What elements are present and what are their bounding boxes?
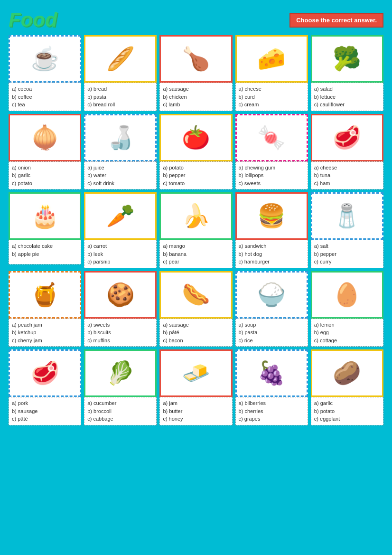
food-option[interactable]: c) cabbage bbox=[87, 415, 153, 423]
food-label-13[interactable]: a) sandwichb) hot dogc) hamburger bbox=[235, 240, 308, 268]
food-option[interactable]: a) sausage bbox=[163, 321, 229, 329]
food-option[interactable]: c) tea bbox=[12, 101, 78, 109]
food-label-20[interactable]: a) porkb) sausagec) pâté bbox=[9, 397, 81, 425]
food-option[interactable]: c) rice bbox=[239, 337, 305, 345]
food-label-24[interactable]: a) garlicb) potatoc) eggplant bbox=[311, 397, 383, 425]
food-option[interactable]: b) pasta bbox=[239, 329, 305, 337]
food-option[interactable]: c) lamb bbox=[163, 101, 229, 109]
food-option[interactable]: a) chocolate cake bbox=[12, 242, 78, 250]
food-option[interactable]: c) soft drink bbox=[87, 179, 153, 188]
food-option[interactable]: a) garlic bbox=[314, 399, 380, 407]
food-label-17[interactable]: a) sausageb) pâtéc) bacon bbox=[159, 319, 232, 347]
food-option[interactable]: a) salad bbox=[314, 85, 380, 93]
food-option[interactable]: c) cottage bbox=[314, 337, 380, 345]
food-option[interactable]: b) egg bbox=[314, 329, 380, 337]
food-option[interactable]: a) bread bbox=[87, 85, 153, 93]
food-label-5[interactable]: a) onionb) garlicc) potato bbox=[9, 161, 81, 190]
food-label-9[interactable]: a) cheeseb) tunac) ham bbox=[311, 161, 383, 190]
food-option[interactable]: b) leek bbox=[87, 250, 153, 258]
food-option[interactable]: c) muffins bbox=[87, 337, 153, 345]
food-image-15: 🍯 bbox=[9, 271, 81, 319]
food-option[interactable]: b) hot dog bbox=[239, 250, 305, 258]
food-option[interactable]: a) sausage bbox=[163, 85, 229, 93]
food-option[interactable]: a) soup bbox=[239, 321, 305, 329]
food-option[interactable]: b) tuna bbox=[314, 171, 380, 179]
food-option[interactable]: c) pâté bbox=[12, 415, 78, 423]
food-option[interactable]: c) bread roll bbox=[87, 101, 153, 109]
food-option[interactable]: b) potato bbox=[314, 407, 380, 415]
food-option[interactable]: a) lemon bbox=[314, 321, 380, 329]
food-option[interactable]: c) honey bbox=[163, 415, 229, 423]
food-label-6[interactable]: a) juiceb) waterc) soft drink bbox=[84, 161, 157, 190]
food-label-22[interactable]: a) jamb) butterc) honey bbox=[159, 397, 232, 425]
food-option[interactable]: c) cherry jam bbox=[12, 337, 78, 345]
food-option[interactable]: c) bacon bbox=[163, 337, 229, 345]
food-option[interactable]: a) carrot bbox=[87, 242, 153, 250]
food-option[interactable]: a) sweets bbox=[87, 321, 153, 329]
food-option[interactable]: c) sweets bbox=[239, 179, 305, 188]
food-option[interactable]: b) ketchup bbox=[12, 329, 78, 337]
food-option[interactable]: c) tomato bbox=[163, 179, 229, 188]
food-option[interactable]: b) cherries bbox=[239, 407, 305, 415]
food-label-10[interactable]: a) chocolate cakeb) apple pie bbox=[9, 240, 81, 264]
food-label-7[interactable]: a) potatob) pepperc) tomato bbox=[159, 161, 232, 190]
food-option[interactable]: a) peach jam bbox=[12, 321, 78, 329]
food-option[interactable]: b) sausage bbox=[12, 407, 78, 415]
food-label-4[interactable]: a) saladb) lettucec) cauliflower bbox=[311, 83, 383, 111]
food-label-18[interactable]: a) soupb) pastac) rice bbox=[235, 319, 308, 347]
food-label-19[interactable]: a) lemonb) eggc) cottage bbox=[311, 319, 383, 347]
food-option[interactable]: b) biscuits bbox=[87, 329, 153, 337]
food-option[interactable]: a) juice bbox=[87, 164, 153, 172]
food-label-1[interactable]: a) breadb) pastac) bread roll bbox=[84, 83, 157, 111]
food-label-23[interactable]: a) bilberriesb) cherriesc) grapes bbox=[235, 397, 308, 425]
food-option[interactable]: b) pepper bbox=[314, 250, 380, 258]
food-option[interactable]: b) curd bbox=[239, 93, 305, 101]
food-option[interactable]: a) salt bbox=[314, 242, 380, 250]
food-label-3[interactable]: a) cheeseb) curdc) cream bbox=[235, 83, 308, 111]
food-label-8[interactable]: a) chewing gumb) lollipopsc) sweets bbox=[235, 161, 308, 190]
food-label-11[interactable]: a) carrotb) leekc) parsnip bbox=[84, 240, 157, 268]
food-option[interactable]: c) ham bbox=[314, 179, 380, 188]
food-option[interactable]: a) cheese bbox=[239, 85, 305, 93]
food-option[interactable]: a) cheese bbox=[314, 164, 380, 172]
food-option[interactable]: c) potato bbox=[12, 179, 78, 188]
food-option[interactable]: b) coffee bbox=[12, 93, 78, 101]
food-label-14[interactable]: a) saltb) pepperc) curry bbox=[311, 240, 383, 268]
food-option[interactable]: c) eggplant bbox=[314, 415, 380, 423]
food-option[interactable]: b) broccoli bbox=[87, 407, 153, 415]
food-option[interactable]: a) potato bbox=[163, 164, 229, 172]
food-label-16[interactable]: a) sweetsb) biscuitsc) muffins bbox=[84, 319, 157, 347]
food-option[interactable]: b) butter bbox=[163, 407, 229, 415]
food-option[interactable]: a) bilberries bbox=[239, 399, 305, 407]
food-option[interactable]: b) pasta bbox=[87, 93, 153, 101]
food-option[interactable]: c) curry bbox=[314, 258, 380, 266]
food-option[interactable]: b) pâté bbox=[163, 329, 229, 337]
food-option[interactable]: b) garlic bbox=[12, 171, 78, 179]
food-option[interactable]: c) hamburger bbox=[239, 258, 305, 266]
food-option[interactable]: c) pear bbox=[163, 258, 229, 266]
food-label-12[interactable]: a) mangob) bananac) pear bbox=[159, 240, 232, 268]
food-label-15[interactable]: a) peach jamb) ketchupc) cherry jam bbox=[9, 319, 81, 347]
food-option[interactable]: a) cucumber bbox=[87, 399, 153, 407]
food-label-2[interactable]: a) sausageb) chickenc) lamb bbox=[159, 83, 232, 111]
food-option[interactable]: a) onion bbox=[12, 164, 78, 172]
food-option[interactable]: c) cream bbox=[239, 101, 305, 109]
food-label-21[interactable]: a) cucumberb) broccolic) cabbage bbox=[84, 397, 157, 425]
food-option[interactable]: b) lettuce bbox=[314, 93, 380, 101]
food-option[interactable]: a) sandwich bbox=[239, 242, 305, 250]
food-option[interactable]: b) chicken bbox=[163, 93, 229, 101]
food-option[interactable]: a) mango bbox=[163, 242, 229, 250]
food-option[interactable]: a) pork bbox=[12, 399, 78, 407]
food-option[interactable]: c) parsnip bbox=[87, 258, 153, 266]
food-label-0[interactable]: a) cocoab) coffeec) tea bbox=[9, 83, 81, 111]
food-option[interactable]: b) pepper bbox=[163, 171, 229, 179]
food-option[interactable]: b) lollipops bbox=[239, 171, 305, 179]
food-option[interactable]: c) cauliflower bbox=[314, 101, 380, 109]
food-option[interactable]: b) banana bbox=[163, 250, 229, 258]
food-option[interactable]: b) water bbox=[87, 171, 153, 179]
food-option[interactable]: b) apple pie bbox=[12, 250, 78, 258]
food-option[interactable]: a) chewing gum bbox=[239, 164, 305, 172]
food-option[interactable]: a) cocoa bbox=[12, 85, 78, 93]
food-option[interactable]: a) jam bbox=[163, 399, 229, 407]
food-option[interactable]: c) grapes bbox=[239, 415, 305, 423]
